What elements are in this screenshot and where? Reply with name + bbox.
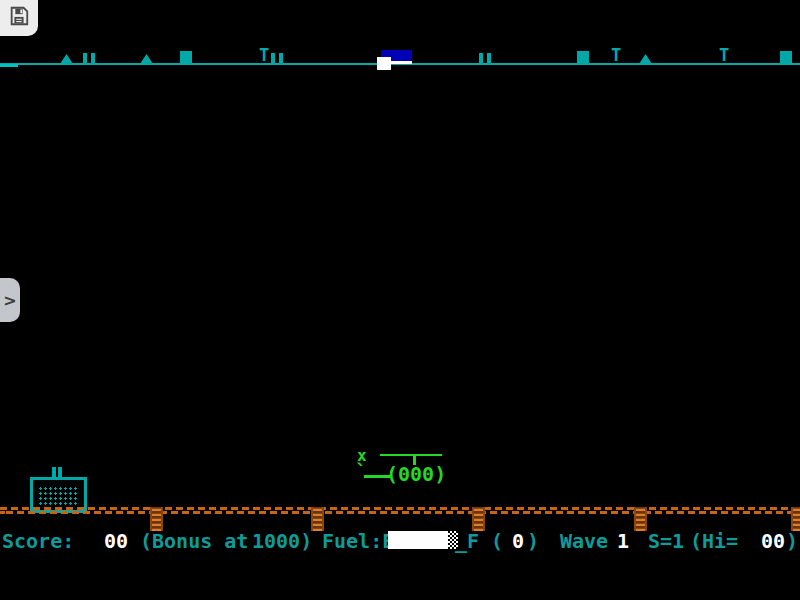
status-segment: ) <box>527 530 539 552</box>
helicopter-body: (000) <box>386 464 446 484</box>
radar-marker-triangle <box>639 54 652 64</box>
status-segment: Score: <box>2 530 74 552</box>
radar-marker-tee: T <box>719 47 729 64</box>
radar-line-left-segment <box>0 64 18 67</box>
radar-marker-bars <box>271 53 283 64</box>
chevron-right-icon: > <box>3 291 16 310</box>
radar-marker-tee: T <box>611 47 621 64</box>
ground-dash-row <box>0 507 800 510</box>
helicopter-skid: ` <box>355 461 367 481</box>
fuel-gauge-bar <box>388 531 448 549</box>
radar-marker-triangle <box>60 54 73 64</box>
radar-marker-square <box>180 51 192 64</box>
status-segment: ) <box>786 530 798 552</box>
player-indicator-white-square <box>377 57 391 70</box>
save-state-button[interactable] <box>0 0 38 36</box>
radar-marker-square <box>577 51 589 64</box>
status-segment: Wave <box>560 530 608 552</box>
floppy-disk-icon <box>8 5 30 31</box>
helicopter-sprite: x ` (000) <box>350 445 460 490</box>
radar-marker-bars <box>83 53 95 64</box>
radar-marker-square <box>780 51 792 64</box>
status-segment: Fuel:E <box>322 530 394 552</box>
status-segment: _F <box>455 530 479 552</box>
radar-marker-bars <box>479 53 491 64</box>
status-segment: 00 <box>104 530 128 552</box>
radar-marker-tee: T <box>259 47 269 64</box>
radar-marker-triangle <box>140 54 153 64</box>
player-indicator-line <box>390 61 412 64</box>
ground-dash-row <box>0 511 800 514</box>
status-segment: 1 <box>617 530 629 552</box>
sidebar-expand-toggle[interactable]: > <box>0 278 20 322</box>
helicopter-rotor <box>380 454 442 456</box>
status-segment: S=1 <box>648 530 684 552</box>
status-segment: 1000) <box>252 530 312 552</box>
status-segment: 0 <box>512 530 524 552</box>
status-segment: 00 <box>761 530 785 552</box>
fuel-gauge-dither-edge <box>448 531 458 549</box>
status-segment: (Hi= <box>690 530 738 552</box>
depot-dotted-fill <box>38 486 79 505</box>
status-segment: ( <box>491 530 503 552</box>
radar-player-indicator <box>377 50 413 71</box>
status-bar: Score:00(Bonus at1000)Fuel:E_F(0)Wave1S=… <box>0 528 800 554</box>
status-segment: (Bonus at <box>140 530 248 552</box>
